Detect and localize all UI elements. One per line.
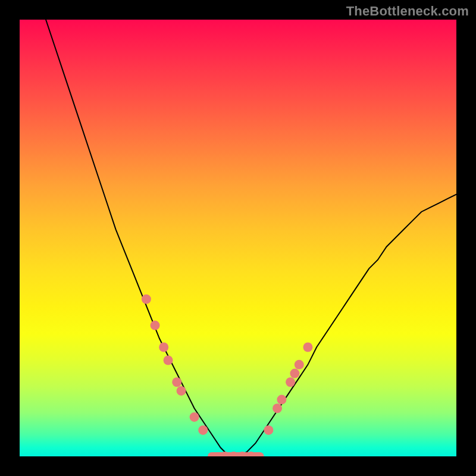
marker-dot — [177, 386, 186, 396]
marker-dot — [151, 321, 160, 330]
marker-dot — [295, 360, 304, 369]
marker-dot — [264, 425, 273, 435]
marker-dot — [172, 377, 181, 387]
bottleneck-curve — [46, 20, 456, 456]
marker-dot — [286, 377, 295, 387]
marker-dot — [159, 343, 168, 352]
marker-dot — [190, 412, 199, 422]
marker-dot — [164, 356, 173, 365]
chart-svg — [20, 20, 456, 456]
marker-dot — [277, 395, 286, 405]
marker-dot — [303, 343, 312, 352]
marker-dot — [142, 295, 151, 304]
marker-dot — [290, 369, 299, 378]
marker-dot — [273, 403, 282, 413]
chart-plot-area — [20, 20, 456, 456]
marker-dot — [198, 425, 208, 435]
watermark-text: TheBottleneck.com — [346, 4, 469, 19]
